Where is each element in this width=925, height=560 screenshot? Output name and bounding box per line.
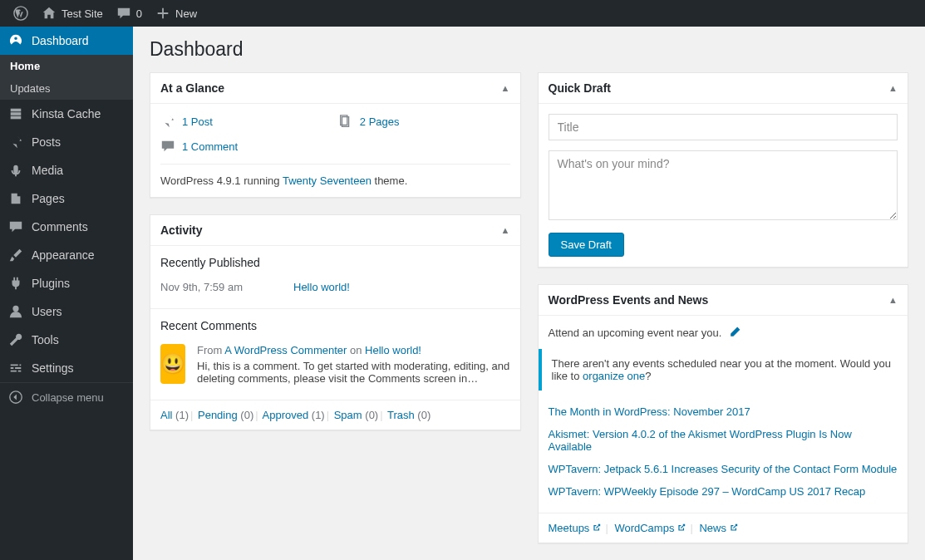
- menu-posts[interactable]: Posts: [0, 128, 133, 156]
- no-events-notice: There aren't any events scheduled near y…: [539, 349, 908, 391]
- version-text: WordPress 4.9.1 running Twenty Seventeen…: [160, 164, 510, 187]
- wp-logo[interactable]: [7, 0, 35, 27]
- menu-kinsta-cache[interactable]: Kinsta Cache: [0, 100, 133, 128]
- home-icon: [42, 6, 57, 21]
- news-link[interactable]: The Month in WordPress: November 2017: [549, 405, 750, 418]
- plug-icon: [8, 276, 23, 291]
- toggle-icon[interactable]: ▲: [501, 225, 510, 235]
- brush-icon: [8, 248, 23, 263]
- news-footer-link[interactable]: News: [699, 522, 739, 534]
- meetups-link[interactable]: Meetups: [549, 522, 603, 534]
- commenter-link[interactable]: A WordPress Commenter: [224, 344, 347, 356]
- comment-item: 😃 From A WordPress Commenter on Hello wo…: [160, 339, 510, 390]
- toolbar-comments[interactable]: 0: [110, 0, 149, 27]
- svg-rect-3: [11, 116, 22, 120]
- glance-pages-link[interactable]: 2 Pages: [360, 115, 400, 128]
- news-footer: Meetups| WordCamps| News: [539, 513, 908, 543]
- toolbar-new[interactable]: New: [149, 0, 204, 27]
- page-title: Dashboard: [150, 38, 908, 61]
- media-icon: [8, 163, 23, 178]
- draft-body-input[interactable]: [549, 150, 898, 220]
- new-label: New: [175, 7, 197, 20]
- comment-post-link[interactable]: Hello world!: [365, 344, 421, 356]
- attend-line: Attend an upcoming event near you.: [549, 326, 898, 349]
- site-link[interactable]: Test Site: [35, 0, 110, 27]
- external-icon: [677, 523, 686, 533]
- news-link[interactable]: WPTavern: WPWeekly Episode 297 – WordCam…: [549, 485, 866, 498]
- svg-point-0: [14, 7, 27, 20]
- menu-dashboard[interactable]: Dashboard: [0, 27, 133, 55]
- news-link[interactable]: WPTavern: Jetpack 5.6.1 Increases Securi…: [549, 463, 898, 475]
- menu-plugins[interactable]: Plugins: [0, 269, 133, 297]
- menu-comments[interactable]: Comments: [0, 213, 133, 241]
- box-activity: Activity ▲ Recently Published Nov 9th, 7…: [150, 214, 521, 430]
- quick-draft-title: Quick Draft: [549, 81, 611, 95]
- menu-pages[interactable]: Pages: [0, 184, 133, 213]
- glance-posts: 1 Post: [160, 114, 328, 129]
- comment-icon: [116, 6, 131, 21]
- organize-link[interactable]: organize one: [583, 370, 645, 382]
- news-list: The Month in WordPress: November 2017 Ak…: [549, 400, 898, 503]
- avatar: 😃: [160, 344, 185, 384]
- filter-approved[interactable]: Approved: [263, 409, 309, 421]
- dashboard-icon: [8, 33, 23, 48]
- theme-link[interactable]: Twenty Seventeen: [283, 174, 371, 187]
- menu-users[interactable]: Users: [0, 297, 133, 326]
- glance-posts-link[interactable]: 1 Post: [182, 115, 213, 128]
- edit-icon[interactable]: [728, 326, 741, 339]
- box-at-a-glance: At a Glance ▲ 1 Post 2 Pages 1 Comment W…: [150, 72, 521, 198]
- submenu-updates[interactable]: Updates: [0, 77, 133, 100]
- comment-meta: From A WordPress Commenter on Hello worl…: [197, 344, 510, 356]
- pin-icon: [160, 114, 175, 129]
- published-item: Nov 9th, 7:59 am Hello world!: [160, 276, 510, 298]
- draft-title-input[interactable]: [549, 114, 898, 140]
- news-link[interactable]: Akismet: Version 4.0.2 of the Akismet Wo…: [549, 428, 852, 453]
- published-date: Nov 9th, 7:59 am: [160, 281, 260, 293]
- wordcamps-link[interactable]: WordCamps: [614, 522, 686, 534]
- svg-point-4: [12, 306, 18, 312]
- external-icon: [729, 523, 739, 533]
- toggle-icon[interactable]: ▲: [888, 295, 898, 305]
- menu-tools[interactable]: Tools: [0, 326, 133, 354]
- menu-appearance[interactable]: Appearance: [0, 241, 133, 269]
- sliders-icon: [8, 361, 23, 376]
- filter-pending[interactable]: Pending: [198, 409, 238, 421]
- comment-filters: All (1)| Pending (0)| Approved (1)| Spam…: [150, 400, 520, 430]
- published-title-link[interactable]: Hello world!: [293, 281, 350, 293]
- glance-pages: 2 Pages: [338, 114, 506, 129]
- external-icon: [592, 523, 602, 533]
- pin-icon: [8, 135, 23, 150]
- glance-comments: 1 Comment: [160, 139, 328, 154]
- save-draft-button[interactable]: Save Draft: [549, 233, 624, 257]
- glance-title: At a Glance: [160, 81, 224, 95]
- collapse-menu[interactable]: Collapse menu: [0, 382, 133, 411]
- filter-spam[interactable]: Spam: [334, 409, 362, 421]
- plus-icon: [155, 6, 170, 21]
- recent-comments-h: Recent Comments: [160, 319, 510, 332]
- box-events-news: WordPress Events and News ▲ Attend an up…: [538, 284, 909, 543]
- menu-media[interactable]: Media: [0, 156, 133, 184]
- cache-icon: [8, 106, 23, 121]
- pages-icon: [8, 191, 23, 206]
- menu-settings[interactable]: Settings: [0, 354, 133, 382]
- filter-all[interactable]: All: [160, 409, 172, 421]
- comment-icon: [8, 219, 23, 234]
- user-icon: [8, 304, 23, 319]
- wrench-icon: [8, 332, 23, 347]
- divider: [150, 308, 520, 309]
- pages-icon: [338, 114, 353, 129]
- submenu-home[interactable]: Home: [0, 55, 133, 77]
- svg-rect-2: [11, 112, 22, 115]
- recently-published-h: Recently Published: [160, 256, 510, 269]
- glance-comments-link[interactable]: 1 Comment: [182, 140, 238, 153]
- comment-icon: [160, 139, 175, 154]
- toggle-icon[interactable]: ▲: [501, 83, 510, 93]
- toggle-icon[interactable]: ▲: [888, 83, 898, 93]
- activity-title: Activity: [160, 224, 203, 237]
- filter-trash[interactable]: Trash: [387, 409, 415, 421]
- collapse-icon: [8, 390, 23, 405]
- comment-count: 0: [136, 7, 142, 20]
- svg-rect-1: [11, 109, 22, 112]
- site-name: Test Site: [62, 7, 103, 20]
- events-title: WordPress Events and News: [549, 293, 709, 307]
